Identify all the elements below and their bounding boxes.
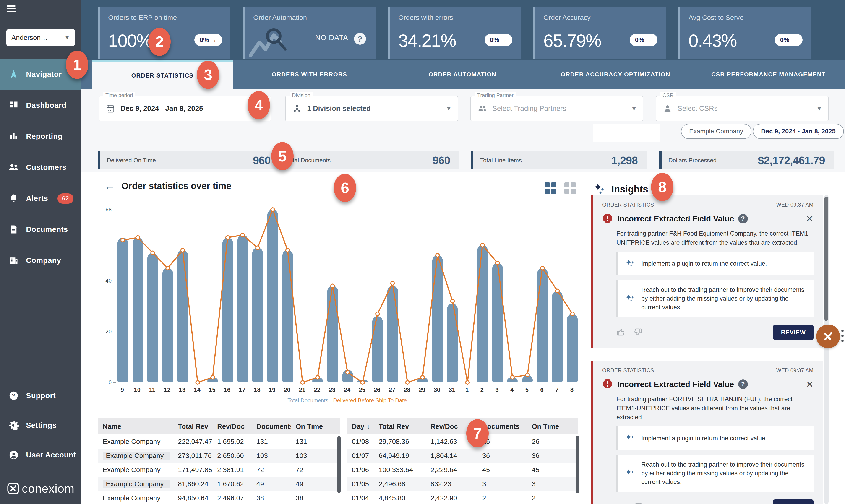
widget-drag-handle[interactable]: [841, 330, 845, 342]
sidebar-item-user-account[interactable]: User Account: [0, 440, 81, 470]
filter-value: Select CSRs: [678, 105, 718, 113]
help-circle-icon[interactable]: ?: [354, 33, 366, 45]
column-header[interactable]: Day↓: [347, 422, 374, 430]
table-row[interactable]: Example Company222,047.471,695.02131131: [97, 434, 340, 449]
kpi-trend-badge[interactable]: 0%→: [485, 34, 513, 46]
arrow-right-icon: →: [791, 36, 797, 43]
kpi-title: Order Accuracy: [543, 14, 658, 21]
table-row[interactable]: 01/06100,333.642,229.644545: [347, 463, 578, 477]
kpi-value: 34.21%: [398, 30, 456, 51]
section-tabs: ORDER STATISTICSORDERS WITH ERRORSORDER …: [81, 60, 845, 89]
column-header[interactable]: Total Rev: [173, 422, 212, 430]
thumbs-down-icon[interactable]: [632, 502, 643, 504]
filter-time-period[interactable]: Time periodDec 9, 2024 - Jan 8, 2025: [98, 96, 271, 121]
column-header[interactable]: Total Rev: [374, 422, 426, 430]
close-icon[interactable]: ✕: [806, 380, 813, 389]
review-button[interactable]: REVIEW: [773, 500, 813, 504]
chart-title: Order statistics over time: [121, 181, 231, 191]
tab-order-accuracy-optimization[interactable]: ORDER ACCURACY OPTIMIZATION: [539, 60, 692, 89]
sort-descending-icon: ↓: [366, 422, 370, 430]
table-row[interactable]: Example Company81,860.241,670.624949: [97, 477, 340, 491]
chart-legend: Total Documents - Delivered Before Ship …: [115, 397, 579, 404]
list-view-icon[interactable]: [564, 182, 576, 194]
alert-octagon-icon: [602, 379, 613, 390]
summary-stat-box: Total Line Items1,298: [471, 151, 647, 169]
arrow-right-icon: →: [501, 36, 507, 43]
stat-value: 960: [253, 154, 270, 167]
column-header[interactable]: On Time: [527, 422, 578, 430]
annotation-badge-4: 4: [248, 91, 270, 119]
x-axis-tick: 18: [250, 386, 265, 393]
sidebar-item-label: Navigator: [26, 70, 62, 79]
x-axis-tick: 31: [444, 386, 460, 393]
insight-timestamp: WED 09:37 AM: [776, 202, 813, 208]
sidebar-item-company[interactable]: Company: [0, 245, 81, 276]
sidebar-item-documents[interactable]: Documents: [0, 214, 81, 245]
tab-order-automation[interactable]: ORDER AUTOMATION: [386, 60, 539, 89]
daily-table-scrollbar[interactable]: [576, 436, 579, 493]
thumbs-down-icon[interactable]: [632, 327, 643, 338]
table-row[interactable]: Example Company94,850.642,496.073838: [97, 491, 340, 504]
hamburger-menu-icon[interactable]: [7, 5, 16, 13]
x-axis-tick: 5: [519, 386, 535, 393]
x-axis-tick: 3: [489, 386, 505, 393]
table-row[interactable]: Example Company171,497.852,381.917272: [97, 463, 340, 477]
sidebar-item-reporting[interactable]: Reporting: [0, 121, 81, 152]
calendar-icon: [105, 104, 115, 113]
filter-division[interactable]: Division1 Division selected▼: [285, 96, 458, 121]
close-icon[interactable]: ✕: [806, 214, 813, 223]
table-row[interactable]: 01/0829,708.361,142.632626: [347, 434, 578, 449]
table-row[interactable]: 01/052,496.68832.2333: [347, 477, 578, 491]
column-header[interactable]: Name: [97, 422, 173, 430]
thumbs-up-icon[interactable]: [616, 327, 627, 338]
company-selector[interactable]: Anderson… ▼: [6, 29, 75, 46]
insights-scrollbar[interactable]: [825, 197, 828, 321]
kpi-trend-badge[interactable]: 0%→: [775, 34, 803, 46]
kpi-title: Orders with errors: [398, 14, 513, 21]
column-header[interactable]: Rev/Doc: [212, 422, 251, 430]
kpi-trend-badge[interactable]: 0%→: [630, 34, 658, 46]
column-header[interactable]: Documents: [251, 422, 291, 430]
kpi-value: 0.43%: [688, 30, 737, 51]
suggestion-sparkle-icon: [624, 292, 636, 305]
kpi-value: 65.79%: [543, 30, 601, 51]
chart-header: ← Order statistics over time: [104, 180, 231, 192]
tab-csr-performance-management[interactable]: CSR PERFORMANCE MANAGEMENT: [692, 60, 845, 89]
table-row[interactable]: 01/0764,949.191,804.143636: [347, 449, 578, 463]
sidebar-item-alerts[interactable]: Alerts62: [0, 183, 81, 214]
insights-header: Insights: [592, 182, 648, 197]
filter-trading-partner[interactable]: Trading PartnerSelect Trading Partners▼: [470, 96, 643, 121]
sidebar-item-label: Reporting: [26, 132, 62, 141]
x-axis-tick: 9: [115, 386, 130, 393]
filter-chip[interactable]: Dec 9, 2024 - Jan 8, 2025: [753, 124, 844, 139]
thumbs-up-icon[interactable]: [616, 502, 627, 504]
sidebar-item-dashboard[interactable]: Dashboard: [0, 90, 81, 121]
filter-csr[interactable]: CSRSelect CSRs▼: [655, 96, 829, 121]
partners-table-scrollbar[interactable]: [337, 436, 341, 493]
table-row[interactable]: Example Company273,011.762,650.60103103: [97, 449, 340, 463]
help-circle-icon[interactable]: ?: [738, 214, 748, 223]
sidebar-item-customers[interactable]: Customers: [0, 152, 81, 183]
sidebar-item-label: User Account: [26, 451, 76, 459]
annotation-badge-1: 1: [66, 51, 88, 79]
x-axis-tick: 12: [160, 386, 175, 393]
x-axis-tick: 24: [340, 386, 355, 393]
sidebar-item-support[interactable]: ?Support: [0, 381, 81, 411]
review-button[interactable]: REVIEW: [773, 325, 813, 340]
back-arrow-icon[interactable]: ←: [104, 180, 115, 192]
grid-view-icon[interactable]: [545, 182, 557, 194]
daily-table: Day↓Total RevRev/DocDocumentsOn Time01/0…: [347, 418, 578, 504]
conexiom-widget-button[interactable]: [816, 325, 840, 348]
table-row[interactable]: 01/044,845.802,422.9022: [347, 491, 578, 504]
sidebar-item-settings[interactable]: Settings: [0, 411, 81, 440]
x-axis-tick: 15: [205, 386, 220, 393]
x-axis-tick: 26: [370, 386, 384, 393]
kpi-title: Avg Cost to Serve: [688, 14, 803, 21]
column-header[interactable]: On Time: [291, 422, 340, 430]
tab-orders-with-errors[interactable]: ORDERS WITH ERRORS: [233, 60, 386, 89]
help-icon: ?: [8, 390, 19, 401]
filter-chip[interactable]: Example Company: [681, 124, 752, 139]
insights-title: Insights: [611, 184, 648, 195]
kpi-trend-badge[interactable]: 0%→: [194, 34, 222, 46]
help-circle-icon[interactable]: ?: [738, 379, 748, 389]
